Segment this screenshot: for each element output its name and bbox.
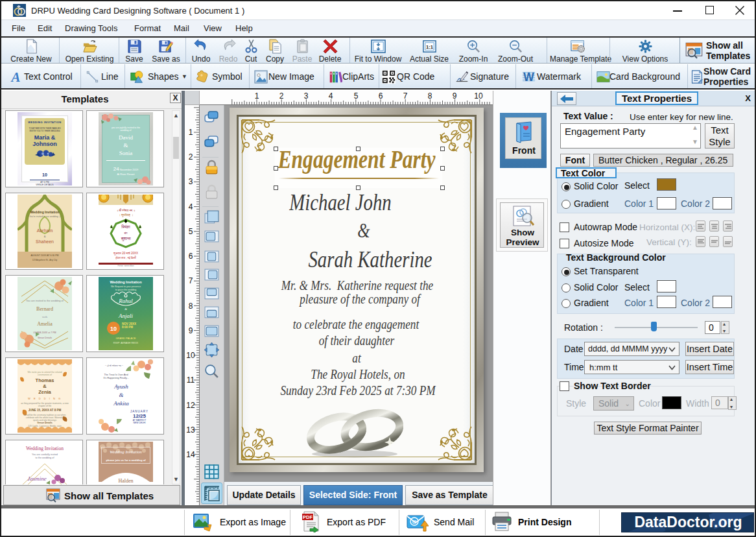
svg-text:A: A [10, 70, 20, 84]
svg-text:14: 14 [186, 450, 195, 459]
svg-text:1: 1 [189, 128, 193, 137]
svg-text:10: 10 [186, 351, 195, 360]
svg-text:7: 7 [403, 91, 408, 101]
svg-text:1: 1 [255, 91, 259, 101]
svg-text:@: @ [412, 519, 417, 525]
svg-text:8: 8 [189, 302, 193, 311]
svg-text:5: 5 [189, 227, 193, 236]
svg-text:3: 3 [189, 177, 193, 186]
svg-text:6: 6 [189, 252, 193, 261]
svg-text:2: 2 [279, 91, 284, 101]
svg-text:5: 5 [354, 91, 359, 101]
svg-text:10: 10 [110, 326, 117, 332]
svg-text:4: 4 [329, 91, 333, 101]
svg-text:7: 7 [189, 276, 193, 285]
svg-text:13: 13 [186, 425, 195, 435]
svg-text:4: 4 [189, 202, 193, 211]
svg-text:8: 8 [428, 91, 432, 101]
svg-text:6: 6 [379, 91, 383, 101]
svg-text:PDF: PDF [303, 514, 313, 520]
svg-text:9: 9 [453, 91, 457, 101]
svg-text:11: 11 [187, 376, 195, 385]
svg-text:9: 9 [189, 326, 193, 335]
svg-text:10: 10 [474, 91, 483, 101]
svg-text:1:1: 1:1 [425, 44, 433, 50]
svg-text:3: 3 [304, 91, 309, 101]
svg-text:2: 2 [189, 152, 193, 161]
svg-text:12: 12 [186, 401, 195, 410]
svg-text:W: W [523, 71, 534, 84]
